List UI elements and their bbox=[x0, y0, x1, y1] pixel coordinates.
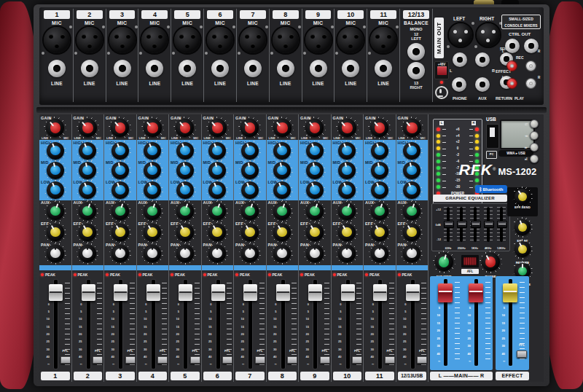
pfl-button[interactable] bbox=[93, 356, 103, 364]
eff-knob[interactable] bbox=[79, 224, 96, 241]
aux-knob[interactable] bbox=[403, 203, 420, 220]
eq-slider-cap[interactable] bbox=[497, 221, 507, 228]
fader-cap[interactable] bbox=[146, 284, 160, 301]
aux-knob[interactable] bbox=[273, 203, 291, 220]
low-knob[interactable] bbox=[403, 181, 420, 199]
pan-knob[interactable] bbox=[208, 245, 226, 262]
low-knob[interactable] bbox=[79, 181, 96, 199]
pfl-button[interactable] bbox=[320, 356, 330, 364]
gain-knob[interactable] bbox=[273, 119, 292, 137]
low-knob[interactable] bbox=[371, 181, 388, 199]
low-knob[interactable] bbox=[306, 181, 324, 199]
gain-knob[interactable] bbox=[240, 119, 259, 137]
aux-knob[interactable] bbox=[208, 203, 226, 220]
low-knob[interactable] bbox=[338, 181, 356, 199]
usb-port[interactable] bbox=[486, 124, 499, 149]
pfl-button[interactable] bbox=[157, 356, 168, 364]
low-knob[interactable] bbox=[241, 181, 259, 199]
aux-knob[interactable] bbox=[79, 203, 96, 220]
mid-knob[interactable] bbox=[338, 162, 356, 179]
mid-knob[interactable] bbox=[79, 162, 96, 179]
fader-cap[interactable] bbox=[179, 284, 192, 301]
fader-cap[interactable] bbox=[82, 284, 95, 301]
high-knob[interactable] bbox=[306, 142, 324, 160]
eff-knob[interactable] bbox=[176, 224, 194, 241]
high-knob[interactable] bbox=[79, 142, 96, 160]
gain-knob[interactable] bbox=[111, 119, 129, 137]
gain-knob[interactable] bbox=[338, 119, 356, 137]
mid-knob[interactable] bbox=[241, 162, 259, 179]
eq-slider-cap[interactable] bbox=[457, 221, 467, 228]
fader-cap[interactable] bbox=[243, 284, 257, 301]
eq-slider-cap[interactable] bbox=[484, 221, 494, 228]
gain-knob[interactable] bbox=[305, 119, 324, 137]
pfl-button[interactable] bbox=[287, 356, 297, 364]
fader-cap[interactable] bbox=[438, 283, 453, 302]
gain-knob[interactable] bbox=[176, 119, 194, 137]
pan-knob[interactable] bbox=[111, 245, 129, 262]
fader-cap[interactable] bbox=[308, 284, 322, 301]
fader-cap[interactable] bbox=[49, 284, 63, 301]
mid-knob[interactable] bbox=[371, 162, 388, 179]
eff-send-knob[interactable] bbox=[514, 189, 531, 205]
aux-knob[interactable] bbox=[47, 203, 64, 220]
pan-knob[interactable] bbox=[338, 245, 356, 262]
pan-knob[interactable] bbox=[403, 245, 420, 262]
pan-knob[interactable] bbox=[144, 245, 161, 262]
high-knob[interactable] bbox=[338, 142, 356, 160]
gain-knob[interactable] bbox=[208, 119, 227, 137]
delay-knob[interactable] bbox=[514, 219, 531, 235]
eff-knob[interactable] bbox=[241, 224, 259, 241]
gain-knob[interactable] bbox=[144, 119, 162, 137]
gain-knob[interactable] bbox=[370, 119, 388, 137]
pan-knob[interactable] bbox=[176, 245, 194, 262]
effect-pfl-button[interactable] bbox=[517, 350, 527, 358]
mid-knob[interactable] bbox=[208, 162, 226, 179]
pan-knob[interactable] bbox=[273, 245, 291, 262]
aux-knob[interactable] bbox=[371, 203, 388, 220]
low-knob[interactable] bbox=[176, 181, 194, 199]
pfl-button[interactable] bbox=[385, 356, 395, 364]
high-knob[interactable] bbox=[241, 142, 259, 160]
aux-send-knob[interactable] bbox=[435, 253, 453, 271]
mid-knob[interactable] bbox=[403, 162, 420, 179]
reverb-knob[interactable] bbox=[514, 241, 531, 257]
eff-knob[interactable] bbox=[111, 224, 129, 241]
pan-knob[interactable] bbox=[47, 245, 64, 262]
mid-knob[interactable] bbox=[111, 162, 129, 179]
eff-knob[interactable] bbox=[208, 224, 226, 241]
high-knob[interactable] bbox=[403, 142, 420, 160]
low-knob[interactable] bbox=[111, 181, 129, 199]
pan-knob[interactable] bbox=[306, 245, 324, 262]
phone-knob[interactable] bbox=[482, 253, 500, 271]
mid-knob[interactable] bbox=[176, 162, 194, 179]
high-knob[interactable] bbox=[273, 142, 291, 160]
pfl-button[interactable] bbox=[222, 356, 232, 364]
low-knob[interactable] bbox=[144, 181, 161, 199]
pan-knob[interactable] bbox=[371, 245, 388, 262]
mid-knob[interactable] bbox=[273, 162, 291, 179]
high-knob[interactable] bbox=[371, 142, 388, 160]
pfl-button[interactable] bbox=[60, 356, 71, 364]
phantom-power-switch[interactable]: +48V bbox=[434, 61, 449, 79]
low-knob[interactable] bbox=[273, 181, 291, 199]
pfl-button[interactable] bbox=[352, 356, 362, 364]
eff-knob[interactable] bbox=[306, 224, 324, 241]
prev-button[interactable] bbox=[530, 131, 539, 140]
mid-knob[interactable] bbox=[47, 162, 64, 179]
aux-knob[interactable] bbox=[338, 203, 356, 220]
mid-knob[interactable] bbox=[306, 162, 324, 179]
low-knob[interactable] bbox=[208, 181, 226, 199]
aux-knob[interactable] bbox=[111, 203, 129, 220]
fader-cap[interactable] bbox=[276, 284, 290, 301]
pan-knob[interactable] bbox=[79, 245, 96, 262]
fader-cap[interactable] bbox=[406, 284, 420, 301]
mid-knob[interactable] bbox=[144, 162, 161, 179]
aux-knob[interactable] bbox=[241, 203, 259, 220]
fader-cap[interactable] bbox=[503, 283, 517, 302]
eff-knob[interactable] bbox=[338, 224, 356, 241]
fader-cap[interactable] bbox=[211, 284, 225, 301]
pan-knob[interactable] bbox=[241, 245, 259, 262]
next-button[interactable] bbox=[530, 143, 539, 152]
eff-knob[interactable] bbox=[144, 224, 161, 241]
